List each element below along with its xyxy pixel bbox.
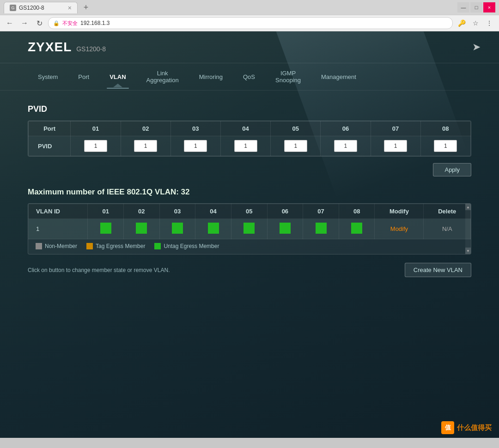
nav-item-port[interactable]: Port: [68, 67, 99, 87]
legend-non-member: Non-Member: [36, 243, 77, 249]
logout-icon[interactable]: ➤: [472, 41, 481, 53]
nav-item-link-aggregation[interactable]: LinkAggregation: [136, 63, 189, 90]
pvid-cell-06: [321, 136, 371, 156]
vlan-port-02-cell[interactable]: [123, 219, 159, 239]
watermark: 值 什么值得买: [441, 421, 492, 434]
vlan-col-delete: Delete: [424, 204, 471, 219]
nav-item-mirroring[interactable]: Mirroring: [189, 67, 233, 87]
pvid-col-01: 01: [71, 121, 121, 136]
pvid-input-07[interactable]: [384, 140, 407, 152]
legend-tag-egress-label: Tag Egress Member: [96, 243, 145, 249]
nav-item-management[interactable]: Management: [311, 67, 366, 87]
nav-management-label: Management: [321, 73, 356, 80]
nav-system-label: System: [38, 73, 58, 80]
pvid-data-row: PVID: [29, 136, 471, 156]
address-bar[interactable]: 🔒 不安全 192.168.1.3: [48, 17, 453, 29]
nav-item-qos[interactable]: QoS: [233, 67, 265, 87]
pvid-input-06[interactable]: [334, 140, 357, 152]
minimize-button[interactable]: —: [457, 2, 469, 12]
watermark-icon: 值: [441, 421, 454, 434]
watermark-text: 什么值得买: [457, 424, 492, 432]
vlan-port-07-cell[interactable]: [303, 219, 339, 239]
legend-tag-egress: Tag Egress Member: [86, 243, 145, 249]
pvid-table: Port 01 02 03 04 05 06 07 08 PVID: [28, 121, 471, 156]
pvid-input-01[interactable]: [84, 140, 107, 152]
nav-qos-label: QoS: [243, 73, 255, 80]
pvid-section-title: PVID: [28, 104, 471, 114]
scroll-down-button[interactable]: ▼: [465, 248, 471, 254]
nav-item-system[interactable]: System: [28, 67, 68, 87]
pvid-col-02: 02: [121, 121, 170, 136]
pvid-header-row: Port 01 02 03 04 05 06 07 08: [29, 121, 471, 136]
pvid-cell-03: [170, 136, 220, 156]
vlan-col-08: 08: [339, 204, 375, 219]
scroll-up-button[interactable]: ▲: [465, 204, 471, 210]
browser-tab[interactable]: G GS1200-8 ×: [4, 2, 78, 13]
nav-igmp-label: IGMPSnooping: [275, 70, 301, 84]
pvid-input-05[interactable]: [284, 140, 307, 152]
pvid-cell-07: [371, 136, 420, 156]
tab-favicon: G: [10, 5, 16, 11]
apply-button[interactable]: Apply: [433, 163, 471, 176]
browser-titlebar: G GS1200-8 × + — □ ×: [0, 0, 499, 15]
new-tab-button[interactable]: +: [79, 1, 92, 14]
create-new-vlan-button[interactable]: Create New VLAN: [405, 263, 471, 277]
pvid-col-05: 05: [271, 121, 321, 136]
pvid-input-04[interactable]: [234, 140, 257, 152]
url-text[interactable]: 192.168.1.3: [80, 20, 448, 26]
nav-link-agg-label: LinkAggregation: [146, 70, 179, 84]
nav-item-vlan[interactable]: VLAN: [99, 67, 136, 87]
pvid-row-label: PVID: [29, 136, 71, 156]
maximize-button[interactable]: □: [470, 2, 482, 12]
vlan-port-05-cell[interactable]: [231, 219, 267, 239]
vlan-port-01-cell[interactable]: [88, 219, 124, 239]
vlan-port-05-indicator[interactable]: [243, 223, 255, 234]
brand-name: ZYXEL: [28, 40, 72, 54]
menu-icon[interactable]: ⋮: [483, 17, 495, 29]
reload-button[interactable]: ↻: [33, 17, 45, 29]
model-name: GS1200-8: [76, 45, 106, 53]
vlan-modify-link[interactable]: Modify: [390, 225, 408, 232]
nav-port-label: Port: [78, 73, 89, 80]
lock-icon: 🔒: [53, 20, 60, 26]
legend-untag-egress: Untag Egress Member: [154, 243, 219, 249]
nav-item-igmp-snooping[interactable]: IGMPSnooping: [265, 63, 311, 90]
vlan-port-03-cell[interactable]: [159, 219, 195, 239]
toolbar-right: 🔑 ☆ ⋮: [456, 17, 495, 29]
vlan-modify-cell[interactable]: Modify: [375, 219, 424, 239]
pvid-cell-01: [71, 136, 121, 156]
vlan-scrollbar[interactable]: ▲ ▼: [465, 204, 471, 254]
vlan-port-08-indicator[interactable]: [351, 223, 362, 234]
back-button[interactable]: ←: [4, 17, 16, 29]
vlan-port-02-indicator[interactable]: [136, 223, 147, 234]
pvid-input-08[interactable]: [434, 140, 457, 152]
vlan-port-06-indicator[interactable]: [280, 223, 291, 234]
vlan-port-06-cell[interactable]: [267, 219, 303, 239]
vlan-col-modify: Modify: [375, 204, 424, 219]
vlan-port-04-indicator[interactable]: [208, 223, 219, 234]
key-icon[interactable]: 🔑: [456, 17, 468, 29]
pvid-input-02[interactable]: [134, 140, 157, 152]
pvid-cell-02: [121, 136, 170, 156]
forward-button[interactable]: →: [18, 17, 30, 29]
vlan-port-07-indicator[interactable]: [316, 223, 327, 234]
vlan-col-05: 05: [231, 204, 267, 219]
nav-mirroring-label: Mirroring: [199, 73, 223, 80]
vlan-port-08-cell[interactable]: [339, 219, 375, 239]
vlan-section-title: Maximum number of IEEE 802.1Q VLAN: 32: [28, 188, 471, 197]
close-button[interactable]: ×: [483, 2, 495, 12]
vlan-col-02: 02: [123, 204, 159, 219]
pvid-col-07: 07: [371, 121, 420, 136]
vlan-port-04-cell[interactable]: [195, 219, 231, 239]
pvid-cell-08: [420, 136, 470, 156]
vlan-id-cell: 1: [29, 219, 88, 239]
not-secure-label: 不安全: [62, 20, 78, 27]
bookmark-icon[interactable]: ☆: [469, 17, 481, 29]
vlan-port-03-indicator[interactable]: [172, 223, 183, 234]
tab-close-button[interactable]: ×: [68, 4, 72, 12]
pvid-input-03[interactable]: [184, 140, 207, 152]
page-content: PVID Port 01 02 03 04 05 06 07 08: [0, 91, 499, 291]
pvid-col-port: Port: [29, 121, 71, 136]
legend-untag-egress-label: Untag Egress Member: [164, 243, 219, 249]
vlan-port-01-indicator[interactable]: [100, 223, 111, 234]
